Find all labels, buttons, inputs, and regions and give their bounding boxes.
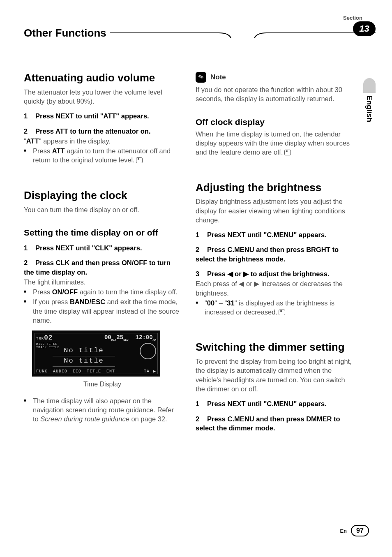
- lcd-trk: TRK02: [36, 334, 53, 343]
- header-row: Other Functions: [24, 25, 376, 41]
- note-body: If you do not operate the function withi…: [196, 85, 353, 104]
- step-text: Press NEXT until "CLK" appears.: [35, 244, 142, 252]
- text: "ATT" appears in the display.: [24, 136, 181, 146]
- step: 2Press C.MENU and then press BRGHT to se…: [196, 245, 353, 263]
- bullet: The time display will also appear on the…: [24, 396, 181, 424]
- subheading-off-clock: Off clock display: [196, 117, 353, 127]
- end-of-section-icon: [284, 150, 291, 155]
- footer-page: 97: [351, 525, 369, 536]
- heading-dimmer: Switching the dimmer setting: [196, 341, 353, 354]
- step-text: Press C.MENU and then press DMMER to sel…: [196, 415, 340, 432]
- heading-brightness: Adjusting the brightness: [196, 182, 353, 194]
- step-text: Press ATT to turn the attenuator on.: [35, 127, 151, 135]
- text: To prevent the display from being too br…: [196, 357, 353, 393]
- step: 3Press ◀ or ▶ to adjust the brightness.: [196, 269, 353, 278]
- language-tab: English: [363, 78, 376, 122]
- heading-clock: Displaying the clock: [24, 190, 181, 202]
- step-text: Press C.MENU and then press BRGHT to sel…: [196, 246, 339, 262]
- step-text: Press NEXT until "C.MENU" appears.: [207, 231, 327, 238]
- step: 1Press NEXT to until "ATT" appears.: [24, 111, 181, 120]
- bullet: Press ATT again to turn the attenuator o…: [24, 146, 181, 165]
- step: 2Press ATT to turn the attenuator on.: [24, 127, 181, 136]
- subheading-time-display: Setting the time display on or off: [24, 227, 181, 238]
- bullet: Press ON/OFF again to turn the time disp…: [24, 287, 181, 296]
- text: When the time display is turned on, the …: [196, 129, 353, 157]
- end-of-section-icon: [136, 157, 143, 163]
- language-tab-text: English: [363, 95, 376, 122]
- header-rule: [110, 25, 376, 41]
- language-tab-bar: [363, 78, 376, 93]
- note-label: Note: [210, 73, 226, 82]
- text: Each press of ◀ or ▶ increases or decrea…: [196, 279, 353, 298]
- step-text: Press NEXT to until "ATT" appears.: [35, 112, 149, 120]
- bullet: "00" – "31" is displayed as the brightne…: [196, 298, 353, 317]
- lcd-caption: Time Display: [24, 380, 181, 389]
- end-of-section-icon: [279, 310, 285, 315]
- step-text: Press CLK and then press ON/OFF to turn …: [24, 259, 171, 275]
- section-number-badge: 13: [353, 21, 376, 36]
- footer: En 97: [340, 525, 369, 536]
- note-icon: ✎: [196, 72, 206, 83]
- left-column: Attenuating audio volume The attenuator …: [24, 72, 181, 433]
- footer-lang: En: [340, 528, 347, 534]
- bullet: If you press BAND/ESC and exit the time …: [24, 297, 181, 325]
- step: 2Press CLK and then press ON/OFF to turn…: [24, 258, 181, 277]
- lcd-menu: FUNC AUDIO EEQ TITLE ENT TA ▶: [36, 369, 156, 374]
- text: The attenuator lets you lower the volume…: [24, 88, 181, 106]
- header-title: Other Functions: [24, 27, 106, 39]
- step-text: Press ◀ or ▶ to adjust the brightness.: [207, 270, 329, 277]
- right-column: ✎ Note If you do not operate the functio…: [196, 72, 353, 433]
- note-header: ✎ Note: [196, 72, 353, 83]
- text: Display brightness adjustment lets you a…: [196, 197, 353, 224]
- lcd-time: 00MIN25SEC 12:00AM: [104, 334, 156, 343]
- lcd-titles: No title No title: [32, 346, 136, 367]
- lcd-display-graphic: TRK02 00MIN25SEC 12:00AM DISC TITLE TRAC…: [32, 331, 160, 377]
- text: The light illuminates.: [24, 277, 181, 287]
- step: 1Press NEXT until "CLK" appears.: [24, 243, 181, 252]
- step: 2Press C.MENU and then press DMMER to se…: [196, 414, 353, 433]
- step: 1Press NEXT until "C.MENU" appears.: [196, 230, 353, 239]
- step: 1Press NEXT until "C.MENU" appears.: [196, 399, 353, 408]
- heading-attenuating: Attenuating audio volume: [24, 72, 181, 84]
- lcd-disc-icon: [137, 343, 156, 362]
- section-label: Section: [343, 15, 362, 21]
- step-text: Press NEXT until "C.MENU" appears.: [207, 400, 327, 407]
- text: You can turn the time display on or off.: [24, 205, 181, 214]
